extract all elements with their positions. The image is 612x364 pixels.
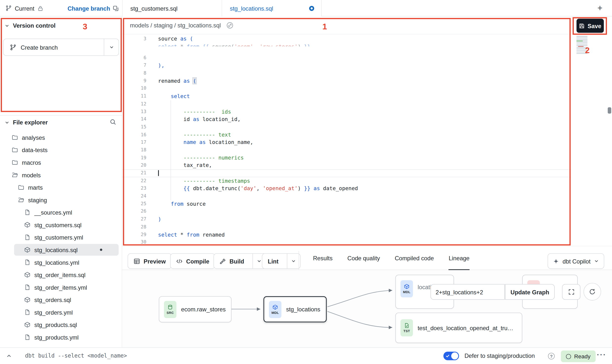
overflow-menu-button[interactable]: ⋯ bbox=[596, 349, 606, 360]
lint-dropdown[interactable] bbox=[287, 254, 300, 268]
code-line-9[interactable]: 9renamed as ( bbox=[122, 77, 571, 85]
status-badge[interactable]: Ready bbox=[561, 350, 596, 362]
code-line-7[interactable]: 7), bbox=[122, 62, 571, 69]
version-control-header[interactable]: Version control bbox=[5, 22, 56, 29]
file-item-stg_orders.sql[interactable]: stg_orders.sql bbox=[0, 293, 122, 306]
file-item-marts[interactable]: marts bbox=[0, 181, 122, 194]
scrollbar-thumb[interactable] bbox=[608, 107, 611, 114]
code-line-15[interactable]: 15 bbox=[122, 123, 571, 131]
editor-scrollbar[interactable] bbox=[607, 16, 612, 246]
file-item-stg_products.yml[interactable]: stg_products.yml bbox=[0, 331, 122, 344]
current-branch[interactable]: Current bbox=[5, 0, 43, 16]
panel-tab-results[interactable]: Results bbox=[313, 246, 332, 270]
lint-button[interactable]: Lint bbox=[262, 254, 283, 268]
update-graph-button[interactable]: Update Graph bbox=[505, 284, 555, 300]
file-label: stg_order_items.yml bbox=[34, 284, 87, 291]
code-line-26[interactable]: 26 bbox=[122, 208, 571, 215]
code-line-18[interactable]: 18 bbox=[122, 146, 571, 154]
editor-tab-stg_locations.sql[interactable]: stg_locations.sql bbox=[222, 0, 322, 16]
file-item-stg_orders.yml[interactable]: stg_orders.yml bbox=[0, 306, 122, 319]
code-line-17[interactable]: 17 name as location_name, bbox=[122, 139, 571, 146]
code-line-11[interactable]: 11 select bbox=[122, 93, 571, 100]
preview-button[interactable]: Preview bbox=[128, 253, 172, 269]
code-line-21[interactable]: 21 bbox=[122, 169, 571, 177]
chevron-up-icon[interactable] bbox=[6, 353, 12, 359]
model-icon bbox=[24, 297, 30, 303]
file-item-data-tests[interactable]: data-tests bbox=[0, 144, 122, 156]
file-item-stg_locations.yml[interactable]: stg_locations.yml bbox=[0, 256, 122, 269]
code-line-8[interactable]: 8 bbox=[122, 69, 571, 77]
dbt-copilot-button[interactable]: dbt Copilot bbox=[548, 253, 604, 269]
file-item-macros[interactable]: macros bbox=[0, 156, 122, 169]
create-branch-dropdown[interactable] bbox=[104, 39, 119, 55]
file-item-stg_customers.yml[interactable]: stg_customers.yml bbox=[0, 231, 122, 244]
search-icon[interactable] bbox=[110, 119, 116, 125]
lineage-node-source[interactable]: SRC ecom.raw_stores bbox=[159, 296, 231, 323]
minimap-mark bbox=[578, 46, 584, 47]
lineage-node-stg-locations[interactable]: MDL stg_locations bbox=[264, 296, 327, 323]
file-item-__sources.yml[interactable]: __sources.yml bbox=[0, 206, 122, 219]
code-line-3[interactable]: 3source as ( bbox=[122, 35, 571, 43]
line-content: ---------- numerics bbox=[158, 154, 571, 162]
code-line-19[interactable]: 19 ---------- numerics bbox=[122, 154, 571, 162]
file-item-models[interactable]: models bbox=[0, 169, 122, 181]
code-line-20[interactable]: 20 tax_rate, bbox=[122, 162, 571, 169]
build-button[interactable]: Build bbox=[214, 254, 249, 268]
code-line-4[interactable]: select * from {{ source('ecom', 'raw_sto… bbox=[122, 43, 571, 54]
refresh-button[interactable] bbox=[584, 283, 601, 301]
code-line-22[interactable]: 22 ---------- timestamps bbox=[122, 177, 571, 185]
file-item-stg_locations.sql[interactable]: stg_locations.sql bbox=[0, 243, 122, 256]
code-line-23[interactable]: 23 {{ dbt.date_trunc('day', 'opened_at')… bbox=[122, 185, 571, 192]
line-number: 8 bbox=[122, 69, 146, 77]
file-explorer-header[interactable]: File explorer bbox=[5, 119, 48, 126]
create-branch-button[interactable]: Create branch bbox=[3, 39, 119, 56]
file-icon bbox=[24, 234, 30, 240]
change-branch-link[interactable]: Change branch bbox=[67, 0, 110, 16]
code-line-13[interactable]: 13 ---------- ids bbox=[122, 108, 571, 116]
code-line-16[interactable]: 16 ---------- text bbox=[122, 131, 571, 139]
code-line-10[interactable]: 10 bbox=[122, 85, 571, 93]
link-icon[interactable] bbox=[226, 22, 233, 29]
minimap[interactable] bbox=[576, 36, 587, 54]
code-line-25[interactable]: 25 from source bbox=[122, 200, 571, 208]
code-line-27[interactable]: 27) bbox=[122, 216, 571, 223]
copy-branch-icon[interactable] bbox=[112, 5, 119, 12]
file-tree: analysesdata-testsmacrosmodelsmartsstagi… bbox=[0, 131, 122, 344]
lineage-node-test[interactable]: TST test_does_location_opened_at_trunc_t… bbox=[395, 313, 522, 343]
lineage-search-input[interactable] bbox=[430, 284, 505, 300]
code-line-24[interactable]: 24 bbox=[122, 192, 571, 200]
file-item-stg_order_items.yml[interactable]: stg_order_items.yml bbox=[0, 281, 122, 294]
lineage-canvas[interactable]: SRC ecom.raw_stores MDL stg_locations MD… bbox=[122, 270, 612, 348]
new-tab-button[interactable]: + bbox=[594, 2, 606, 14]
file-item-stg_customers.sql[interactable]: stg_customers.sql bbox=[0, 219, 122, 231]
code-line-28[interactable]: 28 bbox=[122, 223, 571, 231]
file-item-stg_products.sql[interactable]: stg_products.sql bbox=[0, 319, 122, 331]
file-item-staging[interactable]: staging bbox=[0, 194, 122, 206]
panel-tab-lineage[interactable]: Lineage bbox=[449, 246, 469, 270]
code-line-12[interactable]: 12 bbox=[122, 100, 571, 108]
file-label: staging bbox=[28, 197, 47, 203]
file-item-stg_order_items.sql[interactable]: stg_order_items.sql bbox=[0, 268, 122, 281]
line-content bbox=[158, 223, 571, 231]
code-line-29[interactable]: 29select * from renamed bbox=[122, 231, 571, 239]
line-number: 30 bbox=[122, 239, 146, 246]
cli-command[interactable]: dbt build --select <model_name> bbox=[25, 352, 127, 359]
file-item-analyses[interactable]: analyses bbox=[0, 131, 122, 144]
file-label: stg_products.sql bbox=[34, 321, 77, 328]
panel-tab-compiled-code[interactable]: Compiled code bbox=[395, 246, 434, 270]
code-line-14[interactable]: 14 id as location_id, bbox=[122, 116, 571, 123]
code-editor[interactable]: 3source as (select * from {{ source('eco… bbox=[122, 34, 571, 246]
model-badge-icon: MDL bbox=[400, 280, 413, 298]
compile-button[interactable]: Compile bbox=[170, 253, 215, 269]
help-icon[interactable]: ? bbox=[548, 353, 555, 360]
code-line-6[interactable]: 6 bbox=[122, 54, 571, 62]
model-icon bbox=[24, 222, 30, 228]
fullscreen-button[interactable] bbox=[562, 284, 580, 300]
code-line-30[interactable]: 30 bbox=[122, 239, 571, 246]
preview-label: Preview bbox=[144, 258, 166, 264]
file-icon bbox=[24, 259, 30, 265]
panel-tab-code-quality[interactable]: Code quality bbox=[347, 246, 380, 270]
save-button[interactable]: Save bbox=[576, 19, 604, 33]
editor-tab-stg_customers.sql[interactable]: stg_customers.sql bbox=[122, 0, 222, 16]
defer-toggle[interactable] bbox=[443, 352, 459, 360]
